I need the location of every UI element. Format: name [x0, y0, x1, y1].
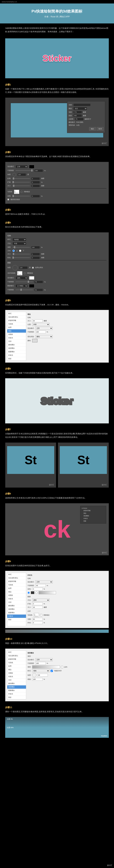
- soften-slider[interactable]: [12, 257, 30, 258]
- sh-op-input[interactable]: [34, 288, 43, 291]
- blend-select[interactable]: 正常: [35, 327, 53, 330]
- size-input[interactable]: [32, 606, 43, 609]
- fx-item[interactable]: 描边: [7, 590, 26, 594]
- style-select[interactable]: 内斜面: [12, 238, 26, 241]
- fx-item[interactable]: 内发光: [7, 597, 26, 601]
- fx-item[interactable]: 颜色叠加: [7, 343, 26, 347]
- cancel-button[interactable]: 取消: [97, 127, 104, 131]
- fx-row[interactable]: 描边: [81, 512, 105, 515]
- anti-check[interactable]: [21, 191, 22, 193]
- grad-picker[interactable]: [32, 665, 60, 669]
- fx-row[interactable]: 外发光: [81, 517, 105, 520]
- size-input[interactable]: [31, 185, 40, 187]
- tech-select[interactable]: 平滑: [12, 242, 26, 245]
- anti-check[interactable]: [24, 272, 26, 274]
- size-input[interactable]: [31, 253, 40, 255]
- fx-item[interactable]: 图案叠加: [7, 350, 26, 353]
- fx-item[interactable]: 光泽: [7, 678, 26, 682]
- fx-item[interactable]: 斜面和浮雕: [7, 319, 26, 322]
- fx-item[interactable]: 样式: [7, 573, 26, 576]
- sh-op-slider[interactable]: [15, 289, 33, 290]
- fx-item[interactable]: 外发光: [7, 692, 26, 696]
- angle-dial[interactable]: [12, 173, 16, 176]
- fx-item[interactable]: 等高线: [7, 661, 26, 664]
- reverse-check[interactable]: [61, 666, 63, 668]
- fx-item[interactable]: 颜色叠加: [7, 682, 26, 685]
- glow-grad[interactable]: [39, 591, 56, 594]
- fx-item-active[interactable]: 外发光: [7, 615, 26, 618]
- contour-picker[interactable]: [14, 190, 19, 194]
- fx-item[interactable]: 样式: [7, 651, 26, 654]
- angle-input[interactable]: [17, 173, 26, 176]
- scale-input[interactable]: [32, 678, 43, 681]
- angle-input[interactable]: [37, 674, 48, 677]
- blend-select[interactable]: 正常: [35, 580, 53, 584]
- jitter-input[interactable]: [32, 621, 43, 624]
- size-slider[interactable]: [12, 186, 30, 186]
- angle-dial[interactable]: [32, 673, 36, 677]
- fx-item[interactable]: 内发光: [7, 675, 26, 678]
- fx-item[interactable]: 斜面和浮雕: [7, 580, 26, 583]
- hl-select[interactable]: 滤色: [15, 276, 28, 279]
- ok-button[interactable]: 确定: [89, 127, 96, 131]
- gloss-contour[interactable]: [17, 271, 22, 275]
- blend-select[interactable]: 正常: [35, 658, 53, 661]
- noise-slider[interactable]: [12, 196, 30, 196]
- fx-item[interactable]: 混合选项:默认: [7, 315, 26, 319]
- fx-item[interactable]: 光泽: [7, 601, 26, 604]
- grad-radio[interactable]: [35, 592, 38, 594]
- contour-picker[interactable]: [34, 613, 39, 617]
- fx-item[interactable]: 等高线: [7, 322, 26, 326]
- fx-row[interactable]: 投影: [81, 520, 105, 522]
- hl-op-input[interactable]: [34, 281, 43, 283]
- blend-select[interactable]: 正常: [15, 165, 28, 168]
- fx-item[interactable]: 投影: [7, 618, 26, 621]
- size-input[interactable]: [32, 319, 43, 322]
- color-swatch[interactable]: [29, 165, 34, 168]
- hl-color[interactable]: [29, 276, 34, 280]
- preset-select[interactable]: 自定: [73, 107, 87, 110]
- depth-slider[interactable]: [12, 247, 30, 248]
- fx-item-active[interactable]: 渐变叠加: [7, 685, 26, 689]
- fx-row[interactable]: 斜面和浮雕: [81, 509, 105, 512]
- pos-select[interactable]: 外部: [32, 323, 49, 326]
- fx-item[interactable]: 光泽: [7, 340, 26, 343]
- fx-row[interactable]: 渐变叠加: [81, 515, 105, 517]
- size-slider[interactable]: [12, 254, 30, 254]
- fx-item[interactable]: 内阴影: [7, 672, 26, 675]
- fx-item[interactable]: 纹理: [7, 664, 26, 668]
- fx-item[interactable]: 内阴影: [7, 333, 26, 336]
- style-select[interactable]: 线性: [32, 669, 49, 672]
- anti-check[interactable]: [40, 614, 42, 616]
- fx-item[interactable]: 斜面和浮雕: [7, 658, 26, 661]
- glow-color[interactable]: [31, 591, 34, 594]
- noise-input[interactable]: [31, 195, 40, 197]
- angle-input[interactable]: [19, 266, 28, 269]
- fx-item[interactable]: 描边: [7, 668, 26, 672]
- fx-item[interactable]: 混合选项:默认: [7, 654, 26, 658]
- fill-select[interactable]: 颜色:: [35, 335, 53, 338]
- dist-slider[interactable]: [12, 178, 30, 179]
- fx-item[interactable]: 图案叠加: [7, 689, 26, 692]
- noise-input[interactable]: [32, 588, 43, 590]
- range-input[interactable]: [32, 618, 43, 621]
- spread-slider[interactable]: [12, 182, 30, 182]
- fx-item-active[interactable]: 描边: [7, 329, 26, 333]
- sh-select[interactable]: 正片叠底: [15, 284, 28, 287]
- layer-row[interactable]: ● Sticker: [81, 507, 105, 509]
- global-check[interactable]: [32, 267, 34, 269]
- op-input[interactable]: [35, 331, 46, 333]
- fx-item[interactable]: 颜色叠加: [7, 604, 26, 608]
- width-input[interactable]: [73, 111, 82, 114]
- fx-item[interactable]: 投影: [7, 357, 26, 361]
- fx-item[interactable]: 样式: [7, 312, 26, 315]
- fx-item[interactable]: 图案叠加: [7, 611, 26, 615]
- dir-up[interactable]: [12, 250, 15, 252]
- fx-item[interactable]: 纹理: [7, 326, 26, 329]
- fx-item[interactable]: 投影: [7, 696, 26, 699]
- sh-color[interactable]: [29, 284, 34, 288]
- name-input[interactable]: [73, 103, 90, 106]
- fx-item[interactable]: 外发光: [7, 353, 26, 357]
- fx-item[interactable]: 等高线: [7, 583, 26, 587]
- fx-item[interactable]: 纹理: [7, 587, 26, 590]
